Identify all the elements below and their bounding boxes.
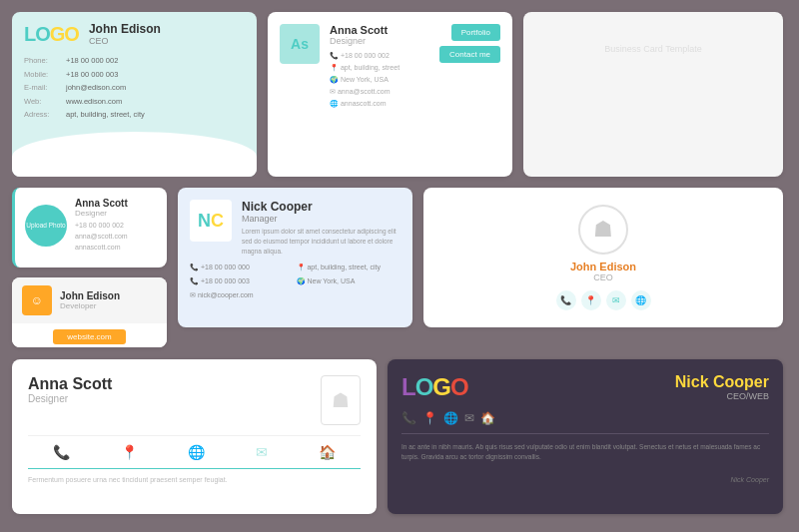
card1-title: CEO	[89, 36, 161, 46]
card-anna-scott-top: As Anna Scott Designer 📞 +18 00 000 002 …	[268, 12, 512, 177]
nick-dark-home-icon: 🏠	[480, 411, 495, 425]
person-icon-circle: ☗	[578, 205, 628, 255]
nick-dark-location-icon: 📍	[422, 411, 437, 425]
card4-name: Anna Scott	[75, 198, 128, 209]
card6-phone-icon: 📞	[556, 290, 576, 310]
anna-large-lorem: Fermentum posuere urna nec tincidunt pra…	[28, 475, 361, 485]
portfolio-button[interactable]: Portfolio	[451, 24, 500, 41]
card-john-edison-ceo-top: LOGO John Edison CEO Phone:+18 00 000 00…	[12, 12, 257, 177]
card6-email-icon: ✉	[606, 290, 626, 310]
nick-dark-globe-icon: 🌐	[443, 411, 458, 425]
card4-title: Designer	[75, 209, 128, 218]
card6-title: CEO	[593, 272, 613, 282]
card-john-edison-developer: ☺ John Edison Developer website.com	[12, 277, 167, 347]
anna-large-name: Anna Scott	[28, 375, 112, 393]
nick-dark-lorem: In ac ante in nibh mauris. Ab quis risus…	[401, 442, 769, 462]
card-john-edison-mid-right: ☗ John Edison CEO 📞 📍 ✉ 🌐	[423, 188, 783, 327]
contact-button[interactable]: Contact me	[439, 46, 500, 63]
card1-name: John Edison	[89, 22, 161, 36]
card7-title: Developer	[60, 301, 120, 310]
card6-web-icon: 🌐	[631, 290, 651, 310]
upload-photo-circle: Upload Photo	[25, 205, 67, 247]
anna-large-person-icon: ☗	[321, 375, 361, 425]
logo-text: LOGO	[24, 23, 79, 46]
anna-avatar-box: As	[280, 24, 320, 64]
card7-name: John Edison	[60, 290, 120, 301]
card6-name: John Edison	[570, 261, 636, 272]
nick-dark-mail-icon: ✉	[464, 411, 474, 425]
card5-name: Nick Cooper	[242, 200, 400, 214]
card-anna-scott-large: Anna Scott Designer ☗ 📞 📍 🌐 ✉ 🏠 Fermentu…	[12, 359, 377, 514]
nick-dark-logo: LOGO	[401, 373, 468, 401]
mail-icon-bar: ✉	[256, 444, 268, 460]
card2-name: Anna Scott	[330, 24, 429, 36]
card-anna-scott-mid: Upload Photo Anna Scott Designer +18 00 …	[12, 188, 167, 267]
nc-initials-box: NC	[190, 200, 232, 242]
nick-dark-name: Nick Cooper	[675, 373, 769, 391]
card1-contact-info: Phone:+18 00 000 002 Mobile:+18 00 000 0…	[24, 54, 245, 122]
card5-title: Manager	[242, 214, 400, 224]
nick-dark-phone-icon: 📞	[401, 411, 416, 425]
home-icon-bar: 🏠	[319, 444, 336, 460]
website-button[interactable]: website.com	[53, 329, 125, 344]
location-icon-bar: 📍	[121, 444, 138, 460]
nick-dark-signature: Nick Cooper	[730, 476, 769, 483]
nick-dark-title: CEO/WEB	[675, 391, 769, 401]
phone-icon-bar: 📞	[53, 444, 70, 460]
card-placeholder-top-right: Business Card Template	[523, 12, 783, 177]
globe-icon-bar: 🌐	[188, 444, 205, 460]
card2-title: Designer	[330, 36, 429, 46]
card-nick-cooper-mid: NC Nick Cooper Manager Lorem ipsum dolor…	[178, 188, 412, 327]
anna-large-title: Designer	[28, 393, 112, 404]
card6-location-icon: 📍	[581, 290, 601, 310]
developer-avatar: ☺	[22, 285, 52, 315]
card5-desc: Lorem ipsum dolor sit amet consectetur a…	[242, 227, 400, 256]
card-nick-cooper-dark: LOGO Nick Cooper CEO/WEB 📞 📍 🌐 ✉ 🏠 In ac…	[388, 359, 783, 514]
